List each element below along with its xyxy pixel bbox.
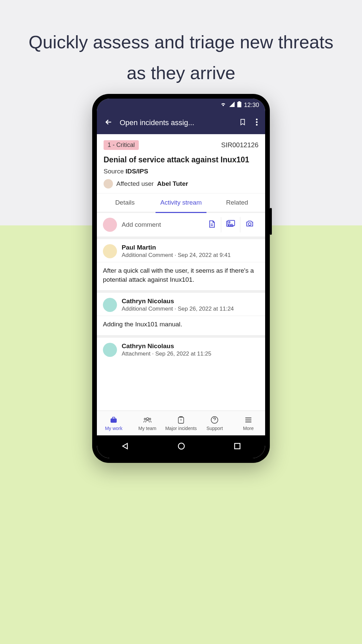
svg-point-10	[146, 418, 148, 420]
signal-icon	[229, 102, 235, 109]
comment-body: Adding the Inux101 manual.	[97, 316, 265, 335]
phone-frame: 12:30 Open incidents assig... 1 - Critic…	[92, 94, 270, 463]
more-menu-button[interactable]	[253, 115, 260, 130]
nav-label: My work	[105, 426, 122, 431]
comment-author-avatar	[103, 343, 117, 357]
bookmark-button[interactable]	[236, 115, 249, 130]
briefcase-icon	[109, 416, 118, 424]
incident-title: Denial of service attack against Inux101	[104, 155, 258, 164]
comment-meta: Additional Comment · Sep 26, 2022 at 11:…	[122, 306, 234, 312]
comment-author-name: Paul Martin	[122, 244, 231, 251]
nav-more[interactable]: More	[232, 416, 265, 431]
help-icon	[210, 416, 219, 424]
tab-details[interactable]: Details	[97, 194, 153, 212]
nav-label: My team	[138, 426, 157, 431]
nav-label: Major incidents	[165, 426, 197, 431]
menu-icon	[244, 416, 253, 424]
comment-author-avatar	[103, 244, 117, 258]
affected-user-avatar	[104, 179, 113, 189]
alert-icon	[177, 416, 185, 424]
nav-major-incidents[interactable]: Major incidents	[164, 416, 198, 431]
source-value: IDS/IPS	[125, 168, 148, 175]
affected-user-row: Affected user Abel Tuter	[104, 179, 258, 189]
svg-point-8	[248, 223, 251, 225]
svg-point-7	[229, 222, 230, 223]
stream-item: Paul Martin Additional Comment · Sep 24,…	[97, 239, 265, 293]
svg-point-12	[149, 418, 151, 420]
svg-point-2	[256, 119, 258, 120]
comment-placeholder[interactable]: Add comment	[122, 221, 198, 228]
stream-item: Cathryn Nicolaus Additional Comment · Se…	[97, 293, 265, 338]
nav-my-team[interactable]: My team	[130, 416, 164, 431]
comment-meta: Attachment · Sep 26, 2022 at 11:25	[122, 351, 211, 357]
priority-badge: 1 - Critical	[104, 140, 139, 150]
source-label: Source	[104, 168, 124, 175]
comment-body: After a quick call with the user, it see…	[97, 262, 265, 290]
nav-support[interactable]: Support	[198, 416, 231, 431]
attach-document-button[interactable]	[203, 217, 221, 232]
svg-point-15	[178, 443, 184, 449]
comment-author-avatar	[103, 298, 117, 312]
affected-user-name: Abel Tuter	[157, 180, 188, 187]
android-nav-bar	[97, 435, 265, 458]
status-bar: 12:30	[97, 99, 265, 111]
android-back-button[interactable]	[115, 439, 135, 454]
affected-user-label: Affected user	[116, 180, 154, 187]
content-area: 1 - Critical SIR0012126 Denial of servic…	[97, 134, 265, 411]
ticket-id: SIR0012126	[221, 141, 258, 149]
nav-label: More	[243, 426, 254, 431]
bottom-nav: My work My team Major incidents Support	[97, 411, 265, 435]
app-bar: Open incidents assig...	[97, 111, 265, 134]
back-button[interactable]	[102, 115, 116, 130]
svg-rect-1	[237, 102, 241, 107]
nav-label: Support	[206, 426, 223, 431]
stream-item: Cathryn Nicolaus Attachment · Sep 26, 20…	[97, 338, 265, 361]
phone-side-button	[270, 208, 272, 235]
tab-activity-stream[interactable]: Activity stream	[153, 194, 209, 212]
incident-header: 1 - Critical SIR0012126 Denial of servic…	[97, 134, 265, 193]
team-icon	[143, 416, 152, 424]
status-time: 12:30	[244, 102, 259, 109]
tabs: Details Activity stream Related	[97, 193, 265, 213]
svg-point-3	[256, 121, 258, 123]
android-home-button[interactable]	[171, 439, 192, 454]
add-comment-row[interactable]: Add comment	[97, 213, 265, 239]
svg-point-4	[256, 124, 258, 126]
app-bar-title: Open incidents assig...	[120, 118, 232, 127]
comment-meta: Additional Comment · Sep 24, 2022 at 9:4…	[122, 252, 231, 259]
comment-author-name: Cathryn Nicolaus	[122, 342, 211, 350]
phone-screen: 12:30 Open incidents assig... 1 - Critic…	[97, 99, 265, 458]
comment-author-name: Cathryn Nicolaus	[122, 298, 234, 305]
attach-image-button[interactable]	[221, 217, 240, 232]
marketing-headline: Quickly assess and triage new threats as…	[0, 27, 362, 89]
current-user-avatar	[103, 218, 117, 232]
camera-button[interactable]	[240, 217, 259, 232]
svg-rect-9	[111, 419, 117, 422]
nav-my-work[interactable]: My work	[97, 416, 130, 431]
svg-rect-16	[235, 443, 240, 449]
wifi-icon	[220, 102, 227, 109]
battery-icon	[237, 101, 241, 109]
incident-source: Source IDS/IPS	[104, 168, 258, 175]
svg-rect-0	[238, 101, 240, 102]
tab-related[interactable]: Related	[209, 194, 265, 212]
svg-point-11	[144, 418, 146, 420]
android-recent-button[interactable]	[227, 439, 247, 454]
